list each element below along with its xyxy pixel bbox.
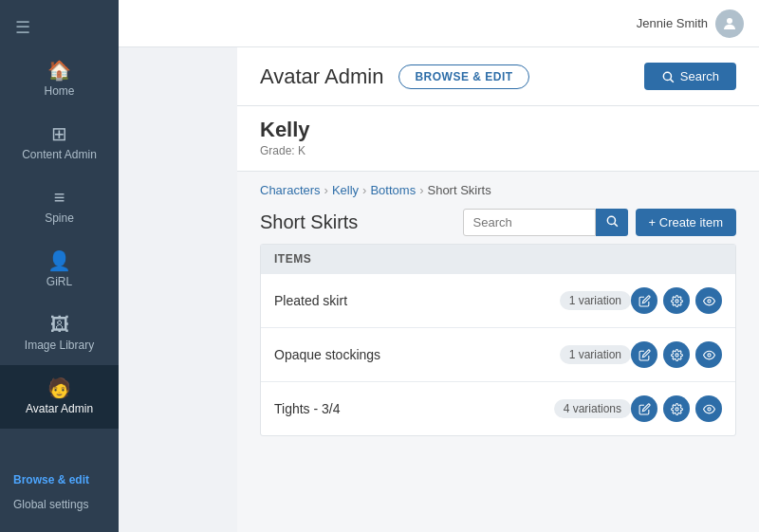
table-row: Tights - 3/4 4 variations (261, 381, 735, 435)
search-icon-button[interactable] (596, 209, 628, 236)
item-actions (631, 341, 722, 368)
content-admin-icon: ⊞ (51, 124, 67, 143)
home-icon: 🏠 (47, 61, 71, 80)
svg-point-3 (607, 216, 615, 224)
items-table: ITEMS Pleated skirt 1 variation Opaque s… (260, 244, 736, 436)
sidebar-item-spine[interactable]: ≡ Spine (0, 174, 119, 238)
character-grade: Grade: K (260, 144, 736, 157)
edit-button[interactable] (631, 287, 657, 314)
item-badge: 4 variations (554, 399, 631, 418)
items-table-header: ITEMS (261, 245, 735, 273)
breadcrumb: Characters › Kelly › Bottoms › Short Ski… (237, 172, 759, 197)
view-button[interactable] (695, 395, 722, 422)
girl-icon: 👤 (47, 251, 71, 270)
user-info: Jennie Smith (637, 9, 744, 38)
hamburger-menu[interactable]: ☰ (0, 0, 119, 47)
sidebar-item-label: Spine (45, 211, 74, 225)
view-button[interactable] (695, 287, 722, 314)
breadcrumb-sep-3: › (419, 183, 423, 197)
search-input[interactable] (463, 209, 596, 236)
sidebar-item-home[interactable]: 🏠 Home (0, 47, 119, 111)
svg-point-6 (707, 299, 710, 302)
topbar: Jennie Smith (119, 0, 759, 47)
item-actions (631, 287, 722, 314)
sidebar-item-avatar-admin[interactable]: 🧑 Avatar Admin (0, 365, 119, 429)
sidebar-subnav: Browse & edit Global settings (0, 468, 119, 532)
create-item-button[interactable]: + Create item (636, 209, 736, 236)
sidebar-sub-global-settings[interactable]: Global settings (0, 492, 119, 517)
username: Jennie Smith (637, 16, 708, 30)
svg-line-4 (614, 224, 617, 227)
item-name: Tights - 3/4 (274, 401, 545, 416)
svg-point-5 (675, 299, 677, 302)
svg-point-8 (707, 353, 710, 356)
view-button[interactable] (695, 341, 722, 368)
breadcrumb-current: Short Skirts (427, 183, 491, 197)
svg-point-10 (707, 407, 710, 410)
search-button[interactable]: Search (644, 63, 736, 90)
settings-button[interactable] (663, 287, 690, 314)
breadcrumb-sep-2: › (362, 183, 366, 197)
breadcrumb-kelly[interactable]: Kelly (332, 183, 359, 197)
browse-edit-button[interactable]: BROWSE & EDIT (398, 64, 528, 89)
svg-point-7 (675, 353, 677, 356)
sidebar-item-label: Image Library (25, 339, 94, 352)
search-button-label: Search (680, 69, 719, 83)
section-header: Short Skirts + Create item (237, 197, 759, 244)
item-name: Opaque stockings (274, 347, 550, 362)
spine-icon: ≡ (54, 188, 65, 207)
sidebar-item-label: Avatar Admin (26, 402, 93, 415)
avatar (715, 9, 744, 38)
breadcrumb-bottoms[interactable]: Bottoms (370, 183, 416, 197)
sidebar: ☰ 🏠 Home ⊞ Content Admin ≡ Spine 👤 GiRL … (0, 0, 119, 532)
sidebar-item-label: GiRL (46, 275, 72, 288)
section-title: Short Skirts (260, 211, 358, 233)
avatar-admin-icon: 🧑 (47, 378, 71, 397)
item-actions (631, 395, 722, 422)
table-row: Pleated skirt 1 variation (261, 273, 735, 327)
sidebar-sub-browse-edit[interactable]: Browse & edit (0, 468, 119, 492)
sidebar-item-image-library[interactable]: 🖼 Image Library (0, 302, 119, 365)
page-title: Avatar Admin (260, 64, 383, 89)
breadcrumb-characters[interactable]: Characters (260, 183, 321, 197)
character-header: Kelly Grade: K (237, 106, 759, 172)
main-content: Avatar Admin BROWSE & EDIT Search Kelly … (237, 47, 759, 532)
sidebar-item-label: Content Admin (22, 148, 97, 161)
svg-point-0 (727, 18, 732, 24)
svg-point-1 (663, 72, 671, 80)
image-library-icon: 🖼 (50, 315, 69, 334)
character-name: Kelly (260, 118, 736, 142)
settings-button[interactable] (663, 395, 690, 422)
search-group (463, 209, 628, 236)
sidebar-item-girl[interactable]: 👤 GiRL (0, 238, 119, 302)
edit-button[interactable] (631, 395, 657, 422)
svg-line-2 (670, 79, 673, 82)
edit-button[interactable] (631, 341, 657, 368)
table-row: Opaque stockings 1 variation (261, 327, 735, 381)
svg-point-9 (675, 407, 677, 410)
settings-button[interactable] (663, 341, 690, 368)
item-badge: 1 variation (560, 291, 631, 310)
breadcrumb-sep-1: › (324, 183, 328, 197)
item-badge: 1 variation (560, 345, 631, 364)
sidebar-item-label: Home (44, 84, 74, 98)
item-name: Pleated skirt (274, 293, 550, 308)
sidebar-item-content-admin[interactable]: ⊞ Content Admin (0, 111, 119, 174)
section-actions: + Create item (463, 209, 736, 236)
page-header: Avatar Admin BROWSE & EDIT Search (237, 47, 759, 106)
